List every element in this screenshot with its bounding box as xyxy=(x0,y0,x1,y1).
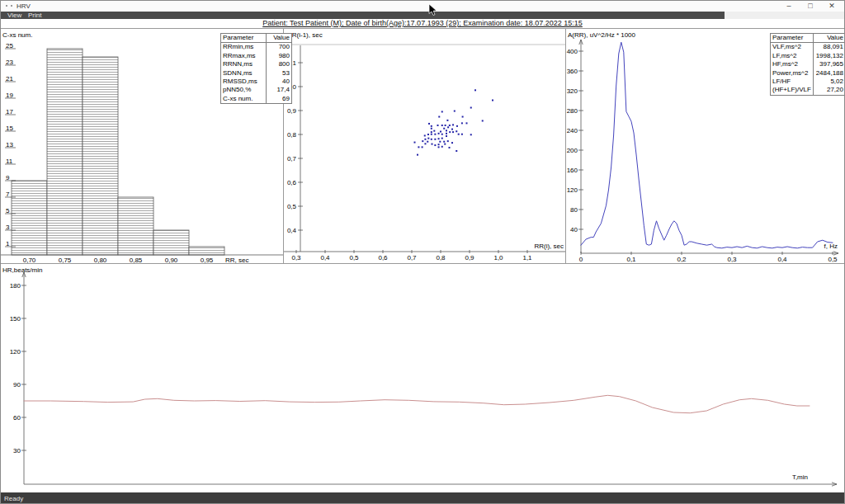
table-row: RRmax,ms980 xyxy=(221,52,291,60)
svg-text:120: 120 xyxy=(10,348,21,356)
minimize-button[interactable]: – xyxy=(780,1,798,11)
svg-text:80: 80 xyxy=(570,206,578,214)
hrv-app-window: HRV – □ ✕ View Print Patient: Test Patie… xyxy=(0,0,845,504)
svg-text:17: 17 xyxy=(6,108,13,115)
svg-text:200: 200 xyxy=(567,147,578,154)
param-cell: LF/HF xyxy=(771,78,814,86)
param-cell: RRNN,ms xyxy=(221,60,267,68)
table-row: LF,ms^21998,132 xyxy=(771,52,845,60)
frequency-domain-params-table: ParameterValueVLF,ms^288,091LF,ms^21998,… xyxy=(770,33,845,96)
close-button[interactable]: ✕ xyxy=(823,1,841,11)
svg-text:19: 19 xyxy=(6,92,13,99)
scatterplot-y-label: RR(i-1), sec xyxy=(287,31,323,39)
value-cell: 980 xyxy=(267,52,291,60)
hr-trend-chart: 306090120150180T,min xyxy=(1,264,845,488)
time-domain-params-table: ParameterValueRRmin,ms700RRmax,ms980RRNN… xyxy=(220,33,292,104)
histogram-y-label: C-xs num. xyxy=(2,31,32,39)
svg-text:0,4: 0,4 xyxy=(777,256,787,263)
svg-text:0,4: 0,4 xyxy=(320,254,330,261)
svg-text:25: 25 xyxy=(6,42,13,49)
table-row: SDNN,ms53 xyxy=(221,69,291,78)
table-header-row: ParameterValue xyxy=(221,34,291,43)
svg-text:30: 30 xyxy=(13,447,21,455)
value-cell: 69 xyxy=(267,95,291,103)
param-cell: VLF,ms^2 xyxy=(771,43,814,51)
status-text: Ready xyxy=(1,495,23,502)
param-cell: Power,ms^2 xyxy=(771,69,814,78)
param-cell: SDNN,ms xyxy=(221,69,267,78)
value-cell: 2484,188 xyxy=(814,69,845,78)
svg-text:1,0: 1,0 xyxy=(493,254,503,261)
param-cell: RRmin,ms xyxy=(221,43,267,51)
svg-text:0,5: 0,5 xyxy=(828,256,838,263)
svg-text:360: 360 xyxy=(567,68,578,75)
svg-text:0,9: 0,9 xyxy=(287,107,297,115)
table-row: C-xs num.69 xyxy=(221,95,291,103)
svg-text:400: 400 xyxy=(567,48,578,55)
param-cell: pNN50,% xyxy=(221,86,267,94)
table-row: RRmin,ms700 xyxy=(221,43,291,51)
svg-text:240: 240 xyxy=(567,127,578,134)
value-cell: 5,02 xyxy=(814,78,845,86)
menu-strip: View Print xyxy=(1,12,725,19)
table-header-row: ParameterValue xyxy=(771,34,845,43)
menu-item-print[interactable]: Print xyxy=(28,12,41,19)
svg-text:150: 150 xyxy=(10,315,21,323)
svg-text:0,5: 0,5 xyxy=(349,254,359,261)
svg-text:13: 13 xyxy=(6,141,13,148)
value-cell: 17,4 xyxy=(267,86,291,94)
svg-text:180: 180 xyxy=(10,282,21,290)
svg-text:0,9: 0,9 xyxy=(465,254,474,261)
table-row: (HF+LF)/VLF27,20 xyxy=(771,86,845,94)
svg-text:0,7: 0,7 xyxy=(407,254,417,261)
top-panel-row: C-xs num. 1357911131517192123250,700,750… xyxy=(1,28,844,263)
svg-text:0,6: 0,6 xyxy=(378,254,388,261)
status-bar: Ready xyxy=(1,492,844,504)
svg-text:5: 5 xyxy=(6,207,10,214)
table-row: RRNN,ms800 xyxy=(221,60,291,68)
svg-text:0,3: 0,3 xyxy=(727,256,737,263)
maximize-button[interactable]: □ xyxy=(801,1,819,11)
param-cell: Parameter xyxy=(771,34,814,42)
svg-text:0,2: 0,2 xyxy=(677,256,687,263)
svg-text:160: 160 xyxy=(567,167,578,174)
svg-text:15: 15 xyxy=(6,125,13,132)
table-row: HF,ms^2397,965 xyxy=(771,60,845,68)
scatterplot-chart: 1,11,00,90,80,70,60,50,40,30,40,50,60,70… xyxy=(284,29,566,264)
title-bar: HRV – □ ✕ xyxy=(1,1,844,12)
menu-bar: View Print xyxy=(1,12,844,19)
svg-text:0,8: 0,8 xyxy=(436,254,446,261)
table-row: Power,ms^22484,188 xyxy=(771,69,845,78)
svg-text:0,8: 0,8 xyxy=(287,131,297,139)
param-cell: RRmax,ms xyxy=(221,52,267,60)
value-cell: 27,20 xyxy=(814,86,845,94)
value-cell: Value xyxy=(814,34,845,42)
value-cell: 88,091 xyxy=(814,43,845,51)
param-cell: LF,ms^2 xyxy=(771,52,814,60)
table-row: VLF,ms^288,091 xyxy=(771,43,845,51)
svg-text:RR(i), sec: RR(i), sec xyxy=(534,243,564,250)
value-cell: 53 xyxy=(267,69,291,78)
svg-text:40: 40 xyxy=(570,226,578,233)
svg-text:1: 1 xyxy=(6,240,10,247)
svg-text:320: 320 xyxy=(567,87,578,95)
svg-text:0,3: 0,3 xyxy=(291,254,301,261)
mouse-cursor xyxy=(428,4,438,21)
svg-text:0,7: 0,7 xyxy=(287,155,297,163)
svg-text:11: 11 xyxy=(6,158,13,165)
spectrum-y-label: A(RR), uV^2/Hz * 1000 xyxy=(568,31,635,39)
patient-info-bar: Patient: Test Patient (M); Date of birth… xyxy=(1,19,844,28)
svg-text:280: 280 xyxy=(567,107,578,115)
svg-text:60: 60 xyxy=(13,414,21,422)
svg-text:3: 3 xyxy=(6,224,10,231)
app-icon xyxy=(6,5,13,8)
table-row: RMSSD,ms40 xyxy=(221,78,291,86)
param-cell: Parameter xyxy=(221,34,267,42)
param-cell: (HF+LF)/VLF xyxy=(771,86,814,94)
hr-y-label: HR,beats/min xyxy=(2,266,42,274)
svg-text:21: 21 xyxy=(6,75,13,82)
svg-text:f, Hz: f, Hz xyxy=(824,243,838,250)
patient-info-text: Patient: Test Patient (M); Date of birth… xyxy=(262,19,583,27)
menu-item-view[interactable]: View xyxy=(7,12,21,19)
svg-text:0,6: 0,6 xyxy=(287,179,297,186)
